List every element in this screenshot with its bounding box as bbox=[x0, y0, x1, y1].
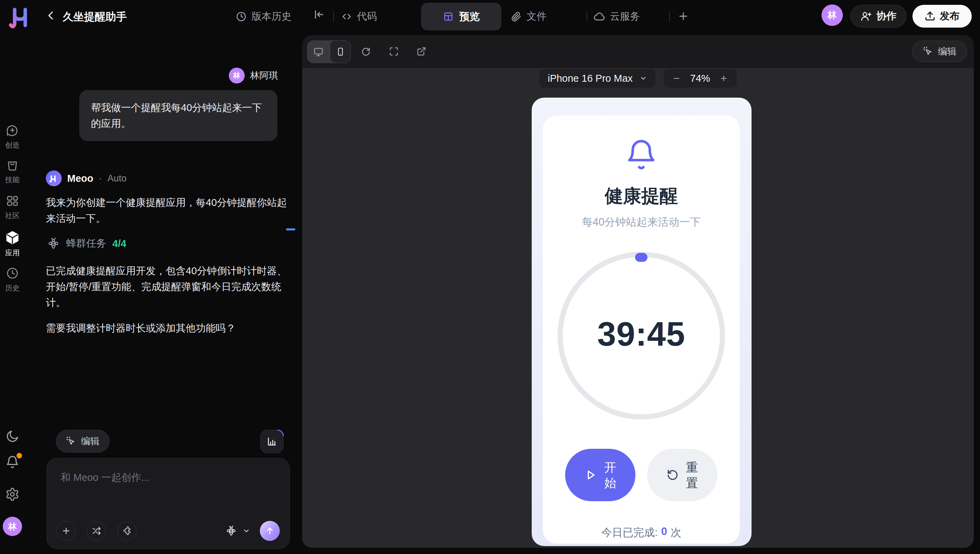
gear-icon bbox=[5, 487, 20, 501]
smartphone-icon bbox=[336, 47, 345, 57]
code-tab[interactable]: 代码 bbox=[341, 0, 377, 33]
chevron-down-icon bbox=[243, 527, 250, 535]
meoo-logo-icon[interactable] bbox=[8, 4, 36, 29]
send-button[interactable] bbox=[260, 521, 280, 541]
puzzle-icon bbox=[123, 527, 131, 535]
moon-icon bbox=[5, 429, 20, 444]
assistant-mode: Auto bbox=[108, 173, 127, 184]
fullscreen-icon bbox=[389, 46, 399, 56]
shuffle-icon bbox=[92, 527, 101, 535]
add-tab-icon[interactable] bbox=[678, 10, 689, 22]
desktop-mode-button[interactable] bbox=[307, 46, 330, 57]
app-title: 健康提醒 bbox=[543, 184, 740, 209]
sidebar-item-skills[interactable]: 技能 bbox=[0, 158, 25, 185]
sidebar-user-avatar[interactable]: 林 bbox=[3, 517, 22, 536]
assistant-message-question: 需要我调整计时器时长或添加其他功能吗？ bbox=[46, 320, 292, 336]
community-grid-icon bbox=[5, 194, 19, 208]
divider bbox=[669, 11, 670, 22]
play-icon bbox=[584, 468, 598, 482]
monitor-icon bbox=[313, 46, 324, 57]
cursor-sparkle-icon bbox=[923, 46, 933, 57]
zoom-out-button[interactable]: − bbox=[673, 72, 680, 85]
arrow-up-icon bbox=[265, 526, 275, 536]
refresh-icon bbox=[361, 46, 371, 57]
zoom-level: 74% bbox=[690, 73, 710, 84]
mobile-mode-button[interactable] bbox=[330, 40, 351, 63]
swarm-tasks-progress: 4/4 bbox=[112, 238, 126, 249]
mode-separator: · bbox=[99, 173, 102, 184]
files-tab[interactable]: 文件 bbox=[511, 0, 547, 33]
agent-mode-dropdown[interactable] bbox=[225, 525, 250, 537]
user-avatar[interactable]: 林 bbox=[821, 5, 843, 26]
upload-icon bbox=[924, 11, 935, 22]
zoom-in-button[interactable]: + bbox=[721, 72, 727, 85]
open-external-button[interactable] bbox=[417, 46, 426, 56]
chat-input[interactable] bbox=[60, 471, 276, 512]
device-controls: iPhone 16 Pro Max − 74% + bbox=[302, 69, 974, 88]
sidebar-item-community[interactable]: 社区 bbox=[0, 194, 25, 220]
sidebar: 创造 技能 社区 应用 历史 林 bbox=[0, 33, 25, 554]
chat-edit-button[interactable]: 编辑 bbox=[56, 430, 110, 453]
preview-tab[interactable]: 预览 bbox=[421, 3, 501, 30]
user-message-bubble: 帮我做一个提醒我每40分钟站起来一下的应用。 bbox=[79, 90, 277, 141]
device-mode-toggle bbox=[307, 40, 351, 63]
stats-unit: 次 bbox=[671, 525, 681, 540]
publish-button[interactable]: 发布 bbox=[912, 5, 972, 27]
start-button[interactable]: 开始 bbox=[565, 449, 635, 501]
usage-chart-button[interactable] bbox=[260, 430, 283, 453]
scroll-indicator[interactable] bbox=[286, 228, 295, 230]
theme-toggle[interactable] bbox=[0, 429, 25, 444]
chat-plus-icon bbox=[5, 123, 19, 137]
stats-count: 0 bbox=[661, 525, 667, 540]
rotate-ccw-icon bbox=[666, 468, 679, 482]
preview-edit-button[interactable]: 编辑 bbox=[912, 41, 967, 62]
sidebar-item-create[interactable]: 创造 bbox=[0, 123, 25, 150]
settings-button[interactable] bbox=[0, 487, 25, 501]
divider bbox=[333, 11, 334, 22]
user-message-header: 林 林阿琪 bbox=[229, 68, 278, 83]
app-bell-icon bbox=[624, 136, 659, 174]
plus-icon bbox=[61, 526, 71, 536]
timer-display: 39:45 bbox=[563, 315, 720, 354]
meoo-avatar bbox=[46, 171, 62, 186]
fullscreen-button[interactable] bbox=[389, 46, 399, 56]
chat-panel: 林 林阿琪 帮我做一个提醒我每40分钟站起来一下的应用。 Meoo · Auto… bbox=[25, 33, 302, 554]
sidebar-item-apps[interactable]: 应用 bbox=[0, 230, 25, 258]
chevron-down-icon bbox=[640, 75, 647, 82]
bag-icon bbox=[5, 158, 19, 172]
collapse-panel-icon[interactable] bbox=[313, 8, 325, 21]
notifications-button[interactable] bbox=[0, 455, 25, 470]
app-screen: 健康提醒 每40分钟站起来活动一下 39:45 开始 重置 bbox=[543, 116, 740, 544]
app-window: 久坐提醒助手 版本历史 代码 预览 文件 云服务 bbox=[0, 0, 980, 554]
layout-icon bbox=[443, 11, 454, 22]
swarm-tasks-toggle[interactable]: 蜂群任务 4/4 bbox=[47, 237, 126, 251]
collaborate-button[interactable]: 协作 bbox=[850, 5, 907, 27]
user-name: 林阿琪 bbox=[250, 69, 278, 82]
reset-button[interactable]: 重置 bbox=[647, 449, 718, 501]
chat-input-container bbox=[46, 458, 290, 549]
divider bbox=[587, 11, 587, 22]
assistant-message-intro: 我来为你创建一个健康提醒应用，每40分钟提醒你站起来活动一下。 bbox=[46, 195, 292, 226]
cursor-sparkle-icon bbox=[66, 436, 76, 446]
cloud-icon bbox=[593, 11, 605, 22]
notification-dot bbox=[16, 453, 22, 458]
device-selector[interactable]: iPhone 16 Pro Max bbox=[539, 69, 655, 88]
shuffle-button[interactable] bbox=[87, 521, 106, 541]
assistant-name: Meoo bbox=[67, 173, 93, 184]
version-history-button[interactable]: 版本历史 bbox=[236, 0, 291, 33]
clock-icon bbox=[5, 266, 19, 280]
progress-dot bbox=[635, 253, 648, 262]
app-subtitle: 每40分钟站起来活动一下 bbox=[543, 215, 740, 229]
cloud-services-tab[interactable]: 云服务 bbox=[593, 0, 640, 33]
history-clock-icon bbox=[236, 11, 247, 22]
refresh-button[interactable] bbox=[361, 46, 371, 57]
zoom-control: − 74% + bbox=[664, 69, 737, 88]
plugins-button[interactable] bbox=[117, 521, 137, 541]
assistant-message-result: 已完成健康提醒应用开发，包含40分钟倒计时计时器、开始/暂停/重置功能、完成提醒… bbox=[46, 263, 292, 310]
user-plus-icon bbox=[861, 11, 872, 22]
sidebar-item-history[interactable]: 历史 bbox=[0, 266, 25, 293]
back-icon[interactable] bbox=[46, 10, 57, 21]
attach-button[interactable] bbox=[57, 521, 76, 541]
bee-icon bbox=[225, 525, 237, 537]
preview-pane: 编辑 iPhone 16 Pro Max − 74% + 健康提醒 每40分钟站… bbox=[302, 35, 974, 548]
